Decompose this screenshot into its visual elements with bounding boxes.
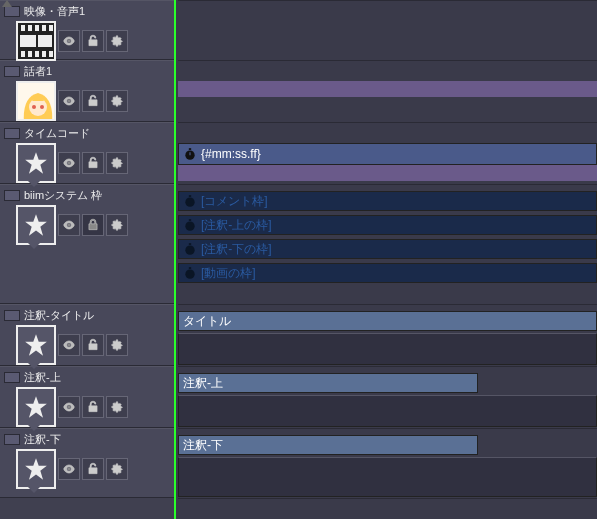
star-thumbnail-icon (18, 207, 54, 243)
track-row: 注釈-上 (0, 366, 174, 428)
clip-anno-bottom[interactable]: 注釈-下 (178, 435, 478, 455)
settings-button[interactable] (106, 30, 128, 52)
track-name-label: 注釈-タイトル (24, 308, 94, 323)
track-thumbnail[interactable] (16, 81, 56, 121)
star-thumbnail-icon (18, 145, 54, 181)
svg-point-6 (68, 162, 70, 164)
star-thumbnail-icon (18, 451, 54, 487)
track-row: 話者1 (0, 60, 174, 122)
track-color-swatch[interactable] (4, 310, 20, 321)
track-name-label: タイムコード (24, 126, 90, 141)
track-row: biimシステム 枠 (0, 184, 174, 304)
lock-toggle-button[interactable] (82, 396, 104, 418)
visibility-toggle-button[interactable] (58, 396, 80, 418)
clip-frame-anno-bottom[interactable]: [注釈-下の枠] (178, 239, 597, 259)
lock-toggle-button[interactable] (82, 334, 104, 356)
visibility-toggle-button[interactable] (58, 214, 80, 236)
stopwatch-icon (183, 147, 197, 161)
empty-lane (178, 457, 597, 497)
svg-point-18 (185, 246, 194, 255)
stopwatch-icon (183, 266, 197, 280)
track-name-label: 注釈-上 (24, 370, 61, 385)
star-thumbnail-icon (18, 389, 54, 425)
svg-point-0 (68, 40, 70, 42)
svg-point-14 (185, 198, 194, 207)
track-row: 注釈-下 (0, 428, 174, 498)
timeline-area[interactable]: {#mm:ss.ff} [コメント枠] [注釈-上の枠] [注釈-下の枠] [動… (178, 0, 597, 519)
stopwatch-icon (183, 218, 197, 232)
svg-point-16 (185, 222, 194, 231)
clip-timecode[interactable]: {#mm:ss.ff} (178, 143, 597, 165)
track-thumbnail[interactable] (16, 387, 56, 427)
track-color-swatch[interactable] (4, 128, 20, 139)
settings-button[interactable] (106, 152, 128, 174)
stopwatch-icon (183, 194, 197, 208)
visibility-toggle-button[interactable] (58, 152, 80, 174)
empty-lane (178, 333, 597, 365)
lock-toggle-button[interactable] (82, 152, 104, 174)
film-reel-icon (18, 23, 54, 59)
lock-toggle-button[interactable] (82, 458, 104, 480)
svg-rect-19 (189, 243, 191, 245)
clip-frame-video[interactable]: [動画の枠] (178, 263, 597, 283)
track-row: 映像・音声1 (0, 0, 174, 60)
lock-toggle-button[interactable] (82, 214, 104, 236)
track-name-label: 映像・音声1 (24, 4, 85, 19)
track-color-swatch[interactable] (4, 190, 20, 201)
svg-point-4 (40, 105, 44, 109)
svg-point-5 (68, 100, 70, 102)
svg-point-20 (185, 270, 194, 279)
svg-point-10 (68, 468, 70, 470)
track-thumbnail[interactable] (16, 325, 56, 365)
track-name-label: biimシステム 枠 (24, 188, 102, 203)
lock-toggle-button[interactable] (82, 30, 104, 52)
svg-rect-12 (189, 148, 191, 150)
empty-lane (178, 395, 597, 427)
scale-arrow-icon (2, 0, 12, 7)
settings-button[interactable] (106, 90, 128, 112)
clip-anno-top[interactable]: 注釈-上 (178, 373, 478, 393)
svg-point-7 (68, 224, 70, 226)
track-row: 注釈-タイトル (0, 304, 174, 366)
track-name-label: 話者1 (24, 64, 52, 79)
avatar-thumbnail (18, 83, 54, 119)
track-name-label: 注釈-下 (24, 432, 61, 447)
track-color-swatch[interactable] (4, 434, 20, 445)
settings-button[interactable] (106, 458, 128, 480)
visibility-toggle-button[interactable] (58, 334, 80, 356)
track-color-swatch[interactable] (4, 6, 20, 17)
clip-speaker[interactable] (178, 81, 597, 97)
visibility-toggle-button[interactable] (58, 90, 80, 112)
track-color-swatch[interactable] (4, 372, 20, 383)
svg-rect-21 (189, 267, 191, 269)
clip-frame-anno-top[interactable]: [注釈-上の枠] (178, 215, 597, 235)
visibility-toggle-button[interactable] (58, 458, 80, 480)
clip-timecode-bg[interactable] (178, 165, 597, 181)
lock-toggle-button[interactable] (82, 90, 104, 112)
clip-title[interactable]: タイトル (178, 311, 597, 331)
settings-button[interactable] (106, 214, 128, 236)
visibility-toggle-button[interactable] (58, 30, 80, 52)
settings-button[interactable] (106, 334, 128, 356)
settings-button[interactable] (106, 396, 128, 418)
svg-point-3 (32, 105, 36, 109)
star-thumbnail-icon (18, 327, 54, 363)
track-thumbnail[interactable] (16, 21, 56, 61)
track-panel: 映像・音声1話者1タイムコードbiimシステム 枠注釈-タイトル注釈-上注釈-下 (0, 0, 176, 519)
svg-rect-17 (189, 219, 191, 221)
svg-point-8 (68, 344, 70, 346)
stopwatch-icon (183, 242, 197, 256)
track-thumbnail[interactable] (16, 205, 56, 245)
svg-rect-15 (189, 195, 191, 197)
clip-frame-comment[interactable]: [コメント枠] (178, 191, 597, 211)
track-thumbnail[interactable] (16, 449, 56, 489)
svg-point-9 (68, 406, 70, 408)
timecode-text: {#mm:ss.ff} (201, 147, 261, 161)
track-thumbnail[interactable] (16, 143, 56, 183)
track-color-swatch[interactable] (4, 66, 20, 77)
track-row: タイムコード (0, 122, 174, 184)
